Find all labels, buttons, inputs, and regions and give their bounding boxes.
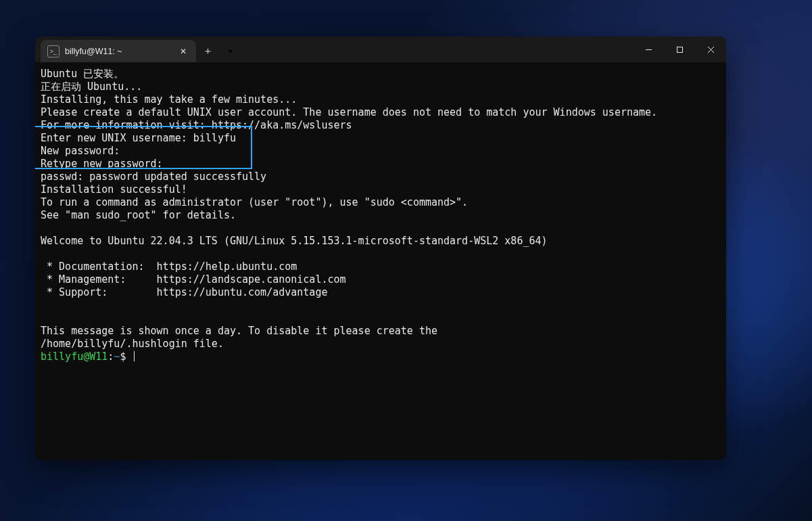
tab-title: billyfu@W11: ~	[65, 47, 172, 56]
tab-close-button[interactable]: ✕	[177, 45, 189, 58]
terminal-output: Ubuntu 已安装。 正在启动 Ubuntu... Installing, t…	[41, 68, 721, 350]
close-window-button[interactable]	[695, 37, 726, 62]
prompt-user-host: billyfu@W11	[41, 350, 108, 363]
shell-prompt-line: billyfu@W11:~$	[41, 350, 721, 363]
new-tab-button[interactable]: ＋	[196, 40, 219, 62]
window-controls	[633, 37, 726, 62]
tab-active[interactable]: >_ billyfu@W11: ~ ✕	[41, 40, 196, 62]
terminal-icon: >_	[47, 45, 59, 58]
tabs-dropdown-button[interactable]	[219, 40, 242, 62]
titlebar-drag-region[interactable]	[242, 37, 633, 62]
minimize-button[interactable]	[633, 37, 664, 62]
svg-rect-0	[677, 47, 682, 52]
desktop-wallpaper: >_ billyfu@W11: ~ ✕ ＋ U	[0, 0, 812, 521]
titlebar[interactable]: >_ billyfu@W11: ~ ✕ ＋	[35, 37, 726, 62]
maximize-button[interactable]	[664, 37, 695, 62]
cursor	[134, 351, 135, 361]
prompt-sigil: $	[120, 350, 126, 363]
terminal-viewport[interactable]: Ubuntu 已安装。 正在启动 Ubuntu... Installing, t…	[35, 62, 726, 460]
terminal-window: >_ billyfu@W11: ~ ✕ ＋ U	[35, 37, 726, 460]
